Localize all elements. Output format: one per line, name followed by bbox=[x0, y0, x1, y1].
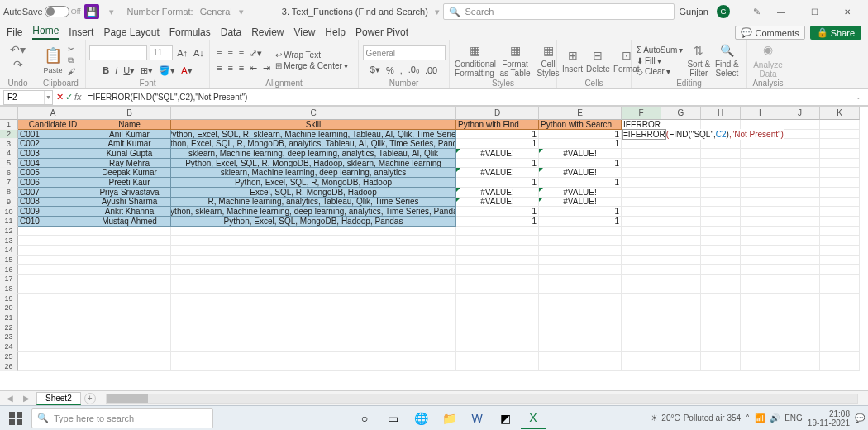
cell[interactable] bbox=[539, 236, 622, 246]
cell[interactable] bbox=[539, 275, 622, 284]
cell[interactable] bbox=[701, 265, 741, 275]
cell[interactable] bbox=[661, 275, 701, 284]
delete-cells[interactable]: ⊟ bbox=[590, 48, 605, 63]
tray-notif[interactable]: 💬 bbox=[855, 413, 865, 423]
cell[interactable]: Python, Excel, SQL, R, MongoDB, analytic… bbox=[171, 139, 456, 149]
cell[interactable] bbox=[780, 236, 820, 246]
cell[interactable] bbox=[780, 217, 820, 227]
cell[interactable] bbox=[661, 313, 701, 323]
cell[interactable] bbox=[88, 227, 171, 236]
cell[interactable] bbox=[171, 246, 456, 256]
cell[interactable] bbox=[701, 275, 741, 284]
cell[interactable] bbox=[661, 120, 701, 130]
cell[interactable] bbox=[622, 342, 661, 352]
row-header[interactable]: 11 bbox=[0, 217, 18, 227]
cell[interactable] bbox=[622, 139, 661, 149]
cell[interactable]: Python with Find bbox=[456, 120, 539, 130]
cell[interactable] bbox=[539, 352, 622, 362]
cell[interactable] bbox=[171, 294, 456, 303]
accept-formula[interactable]: ✓ bbox=[65, 92, 73, 103]
cell[interactable] bbox=[741, 198, 780, 208]
cell[interactable] bbox=[780, 332, 820, 342]
cell[interactable] bbox=[18, 284, 88, 294]
cell[interactable] bbox=[661, 352, 701, 362]
cell[interactable] bbox=[741, 275, 780, 284]
cell[interactable] bbox=[539, 342, 622, 352]
cell[interactable] bbox=[741, 120, 780, 130]
cell[interactable]: Python, Excel, SQL, MongoDB, Hadoop, Pan… bbox=[171, 217, 456, 227]
cell[interactable]: Preeti Kaur bbox=[88, 178, 171, 188]
start-button[interactable] bbox=[3, 408, 28, 429]
cell[interactable] bbox=[820, 265, 860, 275]
align-center[interactable]: ≡ bbox=[226, 63, 234, 73]
cell[interactable] bbox=[539, 284, 622, 294]
cell[interactable] bbox=[661, 227, 701, 236]
row-header[interactable]: 8 bbox=[0, 188, 18, 198]
cell[interactable] bbox=[18, 265, 88, 275]
row-header[interactable]: 20 bbox=[0, 303, 18, 313]
cell[interactable] bbox=[539, 227, 622, 236]
row-header[interactable]: 25 bbox=[0, 352, 18, 362]
cell[interactable] bbox=[701, 207, 741, 217]
cell[interactable]: 1 bbox=[539, 159, 622, 169]
cell[interactable] bbox=[820, 342, 860, 352]
cell[interactable] bbox=[456, 352, 539, 362]
cell[interactable] bbox=[661, 256, 701, 265]
formula-expand[interactable]: ⌄ bbox=[852, 93, 865, 101]
cell[interactable] bbox=[820, 168, 860, 178]
fx-button[interactable]: fx bbox=[74, 92, 82, 103]
cell[interactable] bbox=[780, 275, 820, 284]
comma[interactable]: , bbox=[398, 65, 404, 75]
cell[interactable] bbox=[661, 361, 701, 371]
cell[interactable] bbox=[88, 236, 171, 246]
cell[interactable] bbox=[539, 265, 622, 275]
cell[interactable] bbox=[780, 303, 820, 313]
cell[interactable] bbox=[701, 361, 741, 371]
cell[interactable] bbox=[622, 188, 661, 198]
cell[interactable] bbox=[661, 217, 701, 227]
tab-insert[interactable]: Insert bbox=[69, 25, 93, 40]
indent-inc[interactable]: ⇥ bbox=[261, 63, 272, 74]
cell[interactable] bbox=[88, 303, 171, 313]
cell[interactable] bbox=[741, 159, 780, 169]
cell[interactable] bbox=[741, 207, 780, 217]
cell[interactable] bbox=[780, 227, 820, 236]
cell[interactable] bbox=[456, 322, 539, 332]
cell[interactable] bbox=[539, 332, 622, 342]
cell[interactable]: #VALUE! bbox=[539, 149, 622, 159]
cell[interactable]: Candidate ID bbox=[18, 120, 88, 130]
cell[interactable] bbox=[820, 284, 860, 294]
cell[interactable] bbox=[701, 322, 741, 332]
cell-styles[interactable]: ▦ bbox=[541, 43, 556, 58]
tab-home[interactable]: Home bbox=[32, 23, 59, 40]
cell[interactable]: =IFERROR(FIND("SQL",C2),"Not Present") bbox=[622, 130, 661, 140]
cell[interactable]: Amit Kumar bbox=[88, 139, 171, 149]
cell[interactable] bbox=[456, 265, 539, 275]
cell[interactable] bbox=[780, 313, 820, 323]
cell[interactable] bbox=[171, 284, 456, 294]
cell[interactable] bbox=[622, 256, 661, 265]
insert-cells[interactable]: ⊞ bbox=[565, 48, 580, 63]
cell[interactable] bbox=[780, 207, 820, 217]
tab-data[interactable]: Data bbox=[221, 25, 241, 40]
cell[interactable] bbox=[780, 246, 820, 256]
cell[interactable] bbox=[741, 265, 780, 275]
tray-vol[interactable]: 🔊 bbox=[770, 413, 780, 423]
cell[interactable] bbox=[622, 352, 661, 362]
cell[interactable] bbox=[780, 159, 820, 169]
cell[interactable] bbox=[780, 361, 820, 371]
cell[interactable]: C005 bbox=[18, 168, 88, 178]
tray-ime[interactable]: ENG bbox=[785, 413, 803, 423]
cell[interactable] bbox=[780, 294, 820, 303]
cell[interactable] bbox=[741, 342, 780, 352]
tab-formulas[interactable]: Formulas bbox=[169, 25, 211, 40]
cell[interactable] bbox=[701, 352, 741, 362]
cell[interactable] bbox=[622, 361, 661, 371]
taskbar-search[interactable]: 🔍 Type here to search bbox=[31, 408, 213, 428]
cell[interactable] bbox=[88, 256, 171, 265]
cell[interactable] bbox=[741, 178, 780, 188]
sheet-tab[interactable]: Sheet2 bbox=[36, 392, 81, 405]
cell[interactable]: 1 bbox=[456, 217, 539, 227]
cell[interactable]: C004 bbox=[18, 159, 88, 169]
paste-button[interactable]: 📋 bbox=[41, 45, 64, 65]
